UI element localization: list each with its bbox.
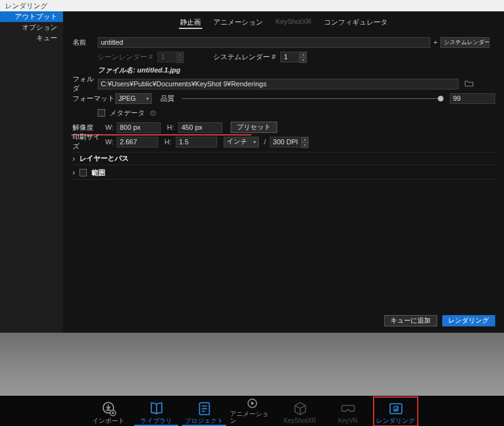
- toolbar-item-library[interactable]: ライブラリ: [134, 397, 178, 426]
- import-icon: [101, 401, 117, 417]
- toolbar-item-keyvr: KeyVR: [326, 397, 370, 426]
- range-checkbox[interactable]: [79, 169, 87, 176]
- keyshot-window: レンダリング アウトプット オプション キュー 静止画 アニメーション KeyS…: [0, 0, 504, 426]
- slider-track: [182, 98, 440, 99]
- format-dropdown[interactable]: JPEG ▾: [115, 93, 152, 104]
- chevron-down-icon: ▾: [146, 96, 149, 101]
- preset-button[interactable]: プリセット: [231, 122, 277, 133]
- render-button[interactable]: レンダリング: [442, 315, 495, 326]
- spin-down-icon: ▼: [176, 57, 184, 63]
- resolution-w-label: W:: [105, 124, 117, 131]
- plus-separator: +: [433, 38, 437, 46]
- unit-dropdown-value: インチ: [227, 137, 247, 146]
- window-titlebar: レンダリング: [0, 0, 504, 11]
- viewport-background: [0, 333, 504, 396]
- render-dialog: アウトプット オプション キュー 静止画 アニメーション KeyShotXR コ…: [0, 11, 504, 333]
- toolbar-label-animation: アニメーション: [230, 410, 274, 424]
- spin-down-icon[interactable]: ▼: [299, 57, 307, 63]
- render-tabs: 静止画 アニメーション KeyShotXR コンフィギュレータ: [72, 15, 495, 30]
- resolution-width-input[interactable]: [117, 122, 161, 133]
- print-size-row: 印刷サイズ W: H: インチ ▾ / ▲ ▼: [72, 136, 495, 147]
- system-render-value[interactable]: [280, 52, 299, 62]
- metadata-checkbox[interactable]: [98, 109, 105, 117]
- tab-still-image[interactable]: 静止画: [179, 15, 202, 29]
- browse-folder-button[interactable]: [464, 79, 474, 89]
- gear-icon: ⚙: [149, 109, 157, 117]
- spin-up-icon[interactable]: ▲: [301, 137, 309, 142]
- dialog-footer: キューに追加 レンダリング: [384, 315, 495, 326]
- keyvr-icon: [340, 401, 356, 417]
- caret-icon: ›: [72, 169, 75, 176]
- toolbar-item-render[interactable]: レンダリング: [374, 397, 418, 426]
- library-icon: [149, 401, 164, 417]
- chevron-down-icon: ▾: [253, 139, 256, 145]
- scene-render-stepper: ▲ ▼: [158, 52, 184, 62]
- folder-row: フォルダ: [72, 78, 495, 89]
- name-row: 名前 + システムレンダー # ▾: [72, 37, 495, 48]
- tab-keyshotxr: KeyShotXR: [274, 15, 312, 29]
- print-w-label: W:: [105, 138, 117, 146]
- toolbar-label-project: プロジェクト: [185, 417, 223, 424]
- tab-animation[interactable]: アニメーション: [212, 15, 265, 29]
- toolbar-item-project[interactable]: プロジェクト: [182, 397, 226, 426]
- scene-render-label: シーンレンダー #: [98, 52, 152, 62]
- sidebar-item-options[interactable]: オプション: [0, 22, 63, 33]
- sidebar-item-output[interactable]: アウトプット: [0, 11, 63, 22]
- spin-up-icon[interactable]: ▲: [299, 52, 307, 57]
- system-render-stepper[interactable]: ▲ ▼: [280, 52, 307, 62]
- section-layers-label: レイヤーとパス: [79, 154, 129, 163]
- animation-icon: [244, 397, 260, 410]
- unit-dropdown[interactable]: インチ ▾: [224, 137, 259, 147]
- toolbar-label-keyvr: KeyVR: [338, 417, 357, 424]
- resolution-label: 解像度: [72, 123, 105, 132]
- system-render-label: システムレンダー #: [213, 52, 275, 62]
- resolution-h-label: H:: [167, 124, 178, 131]
- tab-configurator[interactable]: コンフィギュレータ: [323, 15, 389, 29]
- stepper-arrows[interactable]: ▲ ▼: [299, 52, 307, 62]
- toolbar-item-keyshotxr: KeyShotXR: [278, 397, 322, 426]
- toolbar-item-animation[interactable]: アニメーション: [230, 397, 274, 426]
- section-range-label: 範囲: [91, 168, 105, 178]
- quality-input[interactable]: [450, 93, 495, 104]
- toolbar-label-render: レンダリング: [376, 417, 415, 424]
- keyshotxr-icon: [292, 401, 308, 417]
- section-layers-passes[interactable]: › レイヤーとパス: [72, 152, 495, 165]
- render-name-dropdown-value: システムレンダー #: [444, 38, 490, 47]
- stepper-arrows[interactable]: ▲ ▼: [301, 137, 309, 147]
- stepper-arrows: ▲ ▼: [176, 52, 184, 62]
- sidebar-item-queue[interactable]: キュー: [0, 33, 63, 43]
- format-row: フォーマット JPEG ▾ 品質: [72, 93, 495, 104]
- quality-label: 品質: [161, 94, 175, 103]
- spin-down-icon[interactable]: ▼: [301, 142, 309, 148]
- folder-path-input[interactable]: [98, 79, 459, 89]
- project-icon: [197, 401, 212, 417]
- output-panel: 静止画 アニメーション KeyShotXR コンフィギュレータ 名前 + システ…: [63, 11, 504, 333]
- resolution-height-input[interactable]: [178, 122, 222, 133]
- name-input[interactable]: [98, 37, 430, 48]
- dpi-stepper[interactable]: ▲ ▼: [270, 137, 309, 147]
- format-dropdown-value: JPEG: [118, 95, 135, 102]
- slider-handle[interactable]: [438, 96, 444, 101]
- metadata-label: メタデータ: [110, 108, 145, 118]
- caret-icon: ›: [72, 155, 75, 163]
- print-h-label: H:: [164, 138, 176, 146]
- print-width-input[interactable]: [117, 137, 158, 147]
- render-name-dropdown[interactable]: システムレンダー # ▾: [440, 37, 490, 48]
- toolbar-item-import[interactable]: インポート: [86, 397, 130, 426]
- folder-label: フォルダ: [72, 74, 98, 93]
- toolbar-label-import: インポート: [93, 417, 125, 424]
- dpi-value[interactable]: [270, 137, 301, 147]
- render-icon: [388, 401, 404, 417]
- print-height-input[interactable]: [176, 137, 217, 147]
- add-to-queue-button[interactable]: キューに追加: [384, 315, 437, 326]
- folder-icon: [464, 79, 474, 88]
- render-sidebar: アウトプット オプション キュー: [0, 11, 63, 333]
- window-title: レンダリング: [5, 1, 48, 11]
- toolbar-label-keyshotxr: KeyShotXR: [284, 417, 316, 424]
- section-range[interactable]: › 範囲: [72, 166, 495, 180]
- metadata-row: メタデータ ⚙: [98, 107, 495, 118]
- main-toolbar: インポート ライブラリ プロジェクト アニメーション: [0, 396, 504, 426]
- slash-separator: /: [264, 138, 266, 146]
- format-label: フォーマット: [72, 94, 115, 103]
- quality-slider[interactable]: [182, 93, 444, 103]
